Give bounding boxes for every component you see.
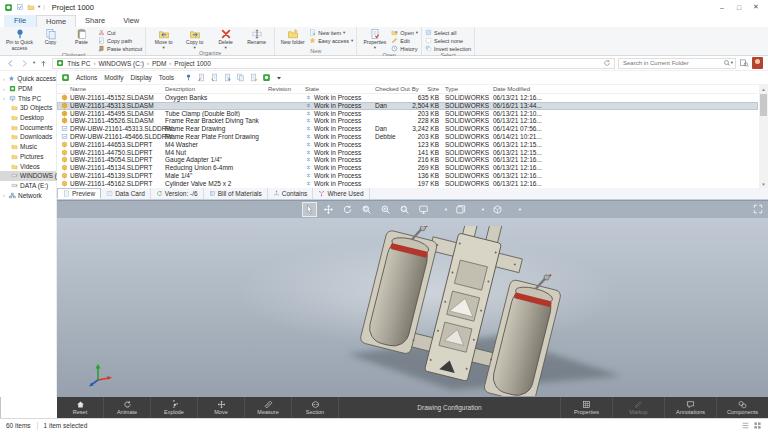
table-row[interactable]: UBW-21161-45139.SLDPRTMale 1/4"Work in P…	[57, 172, 758, 180]
section-button[interactable]: Section	[292, 397, 339, 418]
measure-button[interactable]: Measure	[245, 397, 292, 418]
tab-home[interactable]: Home	[36, 15, 76, 27]
table-row[interactable]: DRW-UBW-21161-45313.SLDDRWFrame Rear Dra…	[57, 125, 758, 133]
explode-button[interactable]: Explode	[151, 397, 198, 418]
address-field[interactable]: This PC›WINDOWS (C:)›PDM›Project 1000	[52, 58, 615, 69]
chevron-icon[interactable]: ›	[3, 192, 7, 198]
column-header-description[interactable]: Description	[165, 86, 195, 92]
column-header-revision[interactable]: Revision	[268, 86, 291, 92]
tool-caret-icon[interactable]: ▾	[481, 207, 485, 213]
move-to-button[interactable]: Move to▾	[149, 28, 178, 50]
search-input[interactable]	[621, 59, 723, 67]
preview-viewport[interactable]	[57, 218, 768, 397]
tool-caret-icon[interactable]: ▾	[518, 207, 522, 213]
file-tab[interactable]: File	[4, 15, 36, 27]
search-caret-icon[interactable]: ▾	[731, 61, 733, 65]
sidebar-item-data-e[interactable]: DATA (E:)	[0, 181, 56, 191]
copy-path-button[interactable]: Copy path	[98, 37, 142, 44]
tab-view[interactable]: View	[114, 15, 148, 27]
scroll-up-icon[interactable]: ▲	[759, 85, 768, 93]
tab-preview[interactable]: Preview	[57, 188, 101, 199]
select-all-button[interactable]: Select all	[425, 29, 471, 36]
sidebar-item-videos[interactable]: Videos	[0, 161, 56, 171]
easy-access-button[interactable]: Easy access▾	[309, 37, 353, 44]
pin-to-quick-access-button[interactable]: Pin to Quick access	[5, 28, 34, 51]
close-button[interactable]: ✕	[748, 1, 764, 13]
properties-button[interactable]: Properties▾	[360, 28, 389, 50]
column-header-name[interactable]: Name	[70, 86, 86, 92]
tab-version-6[interactable]: Version: -/6	[151, 188, 204, 199]
copy-to-button[interactable]: Copy to▾	[180, 28, 209, 50]
user-avatar[interactable]	[752, 57, 763, 69]
thumbnail-view-icon[interactable]	[753, 421, 762, 430]
table-row[interactable]: UBW-21161-45134.SLDPRTReducing Union 6-4…	[57, 164, 758, 172]
tab-contains[interactable]: Contains	[268, 188, 314, 199]
sidebar-item-3d-objects[interactable]: 3D Objects	[0, 103, 56, 113]
sidebar-item-quick-access[interactable]: ›Quick access	[0, 74, 56, 84]
breadcrumb-item-pdm[interactable]: PDM	[152, 60, 166, 67]
select-none-button[interactable]: Select none	[425, 37, 471, 44]
chevron-icon[interactable]: ›	[3, 86, 7, 92]
display-mode-tool-button[interactable]	[417, 203, 430, 216]
table-row[interactable]: UBW-21161-45526.SLDASMFrame Rear Bracket…	[57, 117, 758, 125]
search-icon[interactable]	[723, 59, 731, 67]
sidebar-item-this-pc[interactable]: ›This PC	[0, 93, 56, 103]
zoom-fit-tool-button[interactable]	[360, 203, 373, 216]
sidebar-item-pictures[interactable]: Pictures	[0, 152, 56, 162]
sidebar-item-network[interactable]: ›Network	[0, 190, 56, 200]
vault-button[interactable]	[262, 73, 271, 82]
doc-move-button[interactable]	[249, 73, 258, 82]
annotations-button[interactable]: Annotations	[664, 397, 716, 418]
edit-button[interactable]: Edit	[391, 37, 418, 44]
doc-copy-button[interactable]	[236, 73, 245, 82]
qat-properties-icon[interactable]	[16, 3, 24, 11]
get-latest-button[interactable]	[223, 73, 232, 82]
maximize-button[interactable]: □	[731, 1, 747, 13]
new-item-button[interactable]: New item▾	[309, 29, 353, 36]
breadcrumb-item-project-1000[interactable]: Project 1000	[174, 60, 211, 67]
pan-tool-button[interactable]	[322, 203, 335, 216]
pdm-overflow-caret-icon[interactable]	[275, 74, 283, 82]
pdm-menu-modify[interactable]: Modify	[103, 74, 124, 81]
tab-share[interactable]: Share	[76, 15, 114, 27]
components-button[interactable]: Components	[716, 397, 768, 418]
zoom-area-tool-button[interactable]	[398, 203, 411, 216]
up-icon[interactable]	[38, 58, 49, 69]
details-view-icon[interactable]	[741, 421, 750, 430]
recent-locations-caret-icon[interactable]: ▾	[33, 61, 35, 65]
view-orientation-tool-button[interactable]	[491, 203, 504, 216]
sidebar-item-downloads[interactable]: Downloads	[0, 132, 56, 142]
check-out-button[interactable]	[197, 73, 206, 82]
table-row[interactable]: UBW-21161-44653.SLDPRTM4 WasherWork in P…	[57, 141, 758, 149]
column-header-state[interactable]: State	[305, 86, 319, 92]
table-row[interactable]: UBW-21161-45054.SLDPRTGauge Adapter 1/4"…	[57, 156, 758, 164]
chevron-icon[interactable]: ›	[3, 76, 6, 82]
sidebar-item-windows-c[interactable]: WINDOWS (C:)	[0, 171, 56, 181]
history-button[interactable]: History	[391, 45, 418, 52]
minimize-button[interactable]: –	[714, 1, 730, 13]
rotate-tool-button[interactable]	[341, 203, 354, 216]
column-header-size[interactable]: Size	[427, 86, 439, 92]
sidebar-item-music[interactable]: Music	[0, 142, 56, 152]
tool-caret-icon[interactable]: ▾	[444, 207, 448, 213]
paste-button[interactable]: Paste	[67, 28, 96, 46]
sidebar-item-documents[interactable]: Documents	[0, 122, 56, 132]
new-folder-button[interactable]: New folder	[278, 28, 307, 46]
fullscreen-icon[interactable]	[753, 204, 763, 214]
table-row[interactable]: UBW-21161-45162.SLDPRTCylinder Valve M25…	[57, 180, 758, 188]
back-icon[interactable]	[5, 58, 16, 69]
search-options-icon[interactable]	[739, 58, 749, 68]
search-box[interactable]: ▾	[618, 58, 736, 69]
qat-customize-caret-icon[interactable]: ▾	[38, 5, 40, 9]
qat-folder-icon[interactable]	[27, 3, 35, 11]
check-in-button[interactable]	[210, 73, 219, 82]
scroll-thumb[interactable]	[760, 94, 767, 116]
table-row[interactable]: UBW-21161-44750.SLDPRTM4 NutWork in Proc…	[57, 149, 758, 157]
properties-button[interactable]: Properties	[560, 397, 612, 418]
table-row[interactable]: UBW-21161-45313.SLDASMWork in ProcessDan…	[57, 102, 758, 110]
select-tool-button[interactable]	[303, 203, 316, 216]
chevron-icon[interactable]: ›	[3, 95, 7, 101]
invert-selection-button[interactable]: Invert selection	[425, 45, 471, 52]
scroll-down-icon[interactable]: ▼	[759, 180, 768, 188]
column-header-date-modified[interactable]: Date Modified	[493, 86, 530, 92]
